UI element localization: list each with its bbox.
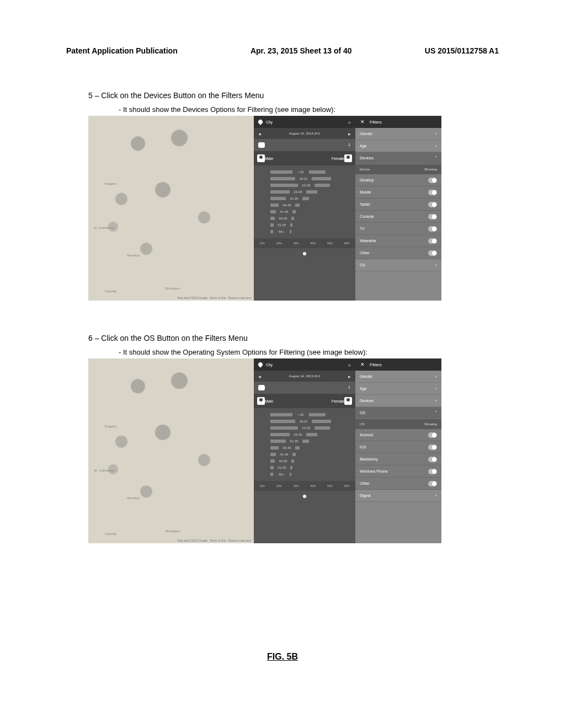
option-row[interactable]: Other bbox=[355, 478, 441, 490]
filter-row-devices[interactable]: Devices › bbox=[355, 395, 441, 407]
age-row: 41-45 bbox=[270, 208, 350, 215]
option-row[interactable]: iOS bbox=[355, 441, 441, 453]
right-panel: ✕ Filters Gender › Age › Devices ˅ Devic… bbox=[355, 116, 441, 301]
female-bar bbox=[306, 190, 317, 194]
filter-label: OS bbox=[360, 411, 365, 415]
filter-row-gender[interactable]: Gender › bbox=[355, 371, 441, 383]
age-row: 41-45 bbox=[270, 451, 350, 458]
male-bar bbox=[270, 223, 274, 227]
toggle-icon[interactable] bbox=[428, 432, 437, 438]
filters-title: Filters bbox=[370, 120, 382, 125]
step-title: 6 – Click on the OS Button on the Filter… bbox=[88, 334, 482, 342]
female-bar bbox=[302, 440, 309, 443]
toggle-icon[interactable] bbox=[428, 190, 437, 195]
next-arrow-icon[interactable]: ▶ bbox=[348, 374, 351, 378]
option-row[interactable]: Wearable bbox=[355, 235, 441, 247]
male-icon[interactable] bbox=[257, 154, 265, 162]
middle-panel: City ⌕ ◀ August 14, 2013 (Fri) ▶ ⇩ Male … bbox=[254, 116, 355, 301]
filter-row-age[interactable]: Age › bbox=[355, 383, 441, 395]
download-icon[interactable]: ⇩ bbox=[348, 386, 351, 390]
age-range-label: 22-25 bbox=[300, 184, 312, 187]
option-label: Other bbox=[360, 481, 370, 485]
male-bar bbox=[270, 446, 279, 449]
date-text: August 14, 2013 (Fri) bbox=[289, 132, 320, 135]
option-row[interactable]: Android bbox=[355, 429, 441, 441]
male-bar bbox=[270, 413, 292, 416]
option-row[interactable]: Blackberry bbox=[355, 453, 441, 465]
pct-row: 10%20%30%40%50%60% bbox=[254, 481, 355, 491]
toggle-icon[interactable] bbox=[428, 214, 437, 220]
map-location-label: Oakville bbox=[105, 532, 116, 536]
filter-label: Age bbox=[360, 387, 366, 390]
toggle-icon[interactable] bbox=[428, 481, 437, 486]
age-range-label: 26-30 bbox=[292, 190, 304, 194]
option-row[interactable]: TV bbox=[355, 223, 441, 235]
age-chart: <18 18-21 22-25 26-30 31-35 36-40 41-45 bbox=[254, 165, 355, 238]
chat-icon[interactable] bbox=[258, 385, 265, 390]
map-area[interactable]: OakvilleBurlingtonHamiltonSt. Catharines… bbox=[88, 116, 254, 301]
gender-row: Male Female bbox=[254, 394, 355, 408]
option-label: Tablet bbox=[360, 202, 370, 206]
next-arrow-icon[interactable]: ▶ bbox=[348, 132, 351, 136]
chat-row: ⇩ bbox=[254, 139, 355, 151]
page-dot-icon[interactable] bbox=[303, 252, 306, 255]
filters-header: ✕ Filters bbox=[355, 116, 441, 128]
chevron-down-icon: › bbox=[435, 386, 437, 391]
search-icon[interactable]: ⌕ bbox=[348, 362, 351, 367]
download-icon[interactable]: ⇩ bbox=[348, 143, 351, 147]
toggle-icon[interactable] bbox=[428, 445, 437, 450]
age-range-label: 46-50 bbox=[277, 459, 289, 463]
female-icon[interactable] bbox=[344, 397, 352, 405]
pct-row: 10%20%30%40%50%60% bbox=[254, 238, 355, 248]
male-icon[interactable] bbox=[257, 397, 265, 405]
close-icon[interactable]: ✕ bbox=[360, 362, 365, 367]
option-row[interactable]: Tablet bbox=[355, 199, 441, 211]
option-row[interactable]: Console bbox=[355, 211, 441, 223]
prev-arrow-icon[interactable]: ◀ bbox=[258, 132, 261, 136]
female-bar bbox=[290, 473, 291, 476]
female-icon[interactable] bbox=[344, 154, 352, 162]
page-dot-icon[interactable] bbox=[303, 495, 306, 498]
option-label: Desktop bbox=[360, 178, 374, 182]
male-bar bbox=[270, 190, 290, 194]
option-label: Other bbox=[360, 251, 370, 255]
chat-icon[interactable] bbox=[258, 142, 265, 148]
male-label: Male bbox=[265, 157, 273, 160]
female-bar bbox=[290, 466, 292, 469]
toggle-icon[interactable] bbox=[428, 178, 437, 183]
filter-row-devices[interactable]: Devices ˅ bbox=[355, 152, 441, 164]
toggle-icon[interactable] bbox=[428, 202, 437, 207]
close-icon[interactable]: ✕ bbox=[360, 119, 365, 125]
filter-row-digest[interactable]: Digest › bbox=[355, 490, 441, 502]
age-range-label: 36-40 bbox=[281, 204, 293, 207]
filter-row-age[interactable]: Age › bbox=[355, 140, 441, 152]
option-row[interactable]: Mobile bbox=[355, 186, 441, 199]
filter-row-gender[interactable]: Gender › bbox=[355, 128, 441, 140]
prev-arrow-icon[interactable]: ◀ bbox=[258, 374, 261, 378]
toggle-icon[interactable] bbox=[428, 238, 437, 244]
age-row: 46-50 bbox=[270, 458, 350, 464]
toggle-icon[interactable] bbox=[428, 469, 437, 474]
filter-row-os[interactable]: OS ˅ bbox=[355, 407, 441, 419]
toggle-icon[interactable] bbox=[428, 457, 437, 462]
map-area[interactable]: OakvilleBurlingtonHamiltonSt. Catharines… bbox=[88, 358, 254, 543]
age-row: 36-40 bbox=[270, 445, 350, 451]
option-row[interactable]: Windows Phone bbox=[355, 465, 441, 478]
filter-row-os[interactable]: OS › bbox=[355, 259, 441, 271]
chevron-down-icon: › bbox=[435, 143, 437, 148]
topbar: City ⌕ bbox=[254, 116, 355, 128]
sub-header: Device Showing bbox=[355, 164, 441, 174]
map-location-label: Burlington bbox=[166, 287, 180, 290]
middle-panel: City ⌕ ◀ August 14, 2013 (Fri) ▶ ⇩ Male … bbox=[254, 358, 355, 543]
pin-icon bbox=[257, 119, 263, 125]
pct-label: 60% bbox=[344, 242, 350, 245]
option-row[interactable]: Other bbox=[355, 247, 441, 259]
search-icon[interactable]: ⌕ bbox=[348, 120, 351, 125]
age-row: 26-30 bbox=[270, 189, 350, 195]
toggle-icon[interactable] bbox=[428, 250, 437, 256]
pct-label: 20% bbox=[276, 242, 282, 245]
toggle-icon[interactable] bbox=[428, 226, 437, 232]
age-range-label: 36-40 bbox=[281, 446, 293, 449]
chevron-down-icon: › bbox=[435, 398, 437, 403]
option-row[interactable]: Desktop bbox=[355, 174, 441, 186]
